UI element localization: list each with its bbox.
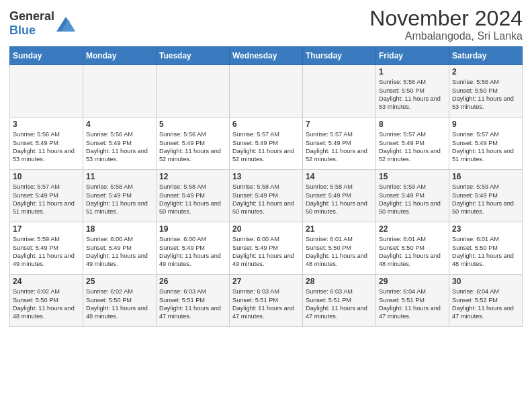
day-number: 20: [232, 224, 300, 234]
day-number: 26: [159, 277, 226, 286]
calendar-cell-2-4: 6Sunrise: 5:57 AMSunset: 5:49 PMDaylight…: [230, 118, 303, 170]
day-info: Sunrise: 5:56 AMSunset: 5:49 PMDaylight:…: [159, 130, 226, 164]
day-info: Sunrise: 6:00 AMSunset: 5:49 PMDaylight:…: [86, 235, 153, 269]
day-info: Sunrise: 6:00 AMSunset: 5:49 PMDaylight:…: [159, 235, 226, 269]
calendar-cell-3-6: 15Sunrise: 5:59 AMSunset: 5:49 PMDayligh…: [376, 170, 449, 222]
day-info: Sunrise: 5:59 AMSunset: 5:49 PMDaylight:…: [13, 235, 80, 269]
day-info: Sunrise: 5:58 AMSunset: 5:49 PMDaylight:…: [306, 183, 373, 216]
header-friday: Friday: [376, 47, 449, 65]
day-info: Sunrise: 5:58 AMSunset: 5:49 PMDaylight:…: [159, 183, 226, 216]
day-info: Sunrise: 6:01 AMSunset: 5:50 PMDaylight:…: [379, 235, 446, 269]
day-number: 18: [86, 224, 153, 234]
calendar-cell-4-4: 20Sunrise: 6:00 AMSunset: 5:49 PMDayligh…: [230, 222, 303, 275]
day-number: 7: [306, 120, 373, 129]
calendar-cell-4-3: 19Sunrise: 6:00 AMSunset: 5:49 PMDayligh…: [157, 222, 230, 275]
header-tuesday: Tuesday: [157, 47, 230, 65]
calendar-cell-3-1: 10Sunrise: 5:57 AMSunset: 5:49 PMDayligh…: [10, 170, 83, 222]
calendar-week-3: 10Sunrise: 5:57 AMSunset: 5:49 PMDayligh…: [10, 170, 523, 222]
day-info: Sunrise: 5:59 AMSunset: 5:49 PMDaylight:…: [379, 183, 446, 216]
day-info: Sunrise: 5:59 AMSunset: 5:49 PMDaylight:…: [452, 183, 519, 216]
calendar-cell-1-7: 2Sunrise: 5:56 AMSunset: 5:50 PMDaylight…: [449, 65, 523, 118]
calendar-subtitle: Ambalangoda, Sri Lanka: [369, 30, 523, 42]
day-info: Sunrise: 5:56 AMSunset: 5:50 PMDaylight:…: [379, 78, 446, 111]
day-info: Sunrise: 5:58 AMSunset: 5:49 PMDaylight:…: [232, 183, 300, 216]
logo-blue: Blue: [9, 24, 54, 38]
header-wednesday: Wednesday: [230, 47, 303, 65]
day-info: Sunrise: 5:56 AMSunset: 5:50 PMDaylight:…: [452, 78, 519, 111]
day-number: 28: [306, 277, 373, 286]
logo-area: General Blue: [9, 7, 75, 37]
calendar-cell-1-1: [10, 65, 83, 118]
calendar-week-2: 3Sunrise: 5:56 AMSunset: 5:49 PMDaylight…: [10, 118, 523, 170]
day-number: 15: [379, 172, 446, 181]
day-number: 21: [306, 224, 373, 234]
day-number: 11: [86, 172, 153, 181]
calendar-cell-1-5: [303, 65, 376, 118]
day-number: 22: [379, 224, 446, 234]
day-number: 10: [13, 172, 80, 181]
day-info: Sunrise: 6:00 AMSunset: 5:49 PMDaylight:…: [232, 235, 300, 269]
header: General Blue November 2024 Ambalangoda, …: [9, 7, 523, 42]
calendar-cell-5-4: 27Sunrise: 6:03 AMSunset: 5:51 PMDayligh…: [230, 275, 303, 327]
day-info: Sunrise: 5:57 AMSunset: 5:49 PMDaylight:…: [306, 130, 373, 164]
calendar-cell-2-5: 7Sunrise: 5:57 AMSunset: 5:49 PMDaylight…: [303, 118, 376, 170]
title-area: November 2024 Ambalangoda, Sri Lanka: [369, 7, 523, 42]
calendar-cell-4-7: 23Sunrise: 6:01 AMSunset: 5:50 PMDayligh…: [449, 222, 523, 275]
calendar-cell-5-2: 25Sunrise: 6:02 AMSunset: 5:50 PMDayligh…: [83, 275, 157, 327]
calendar-cell-5-1: 24Sunrise: 6:02 AMSunset: 5:50 PMDayligh…: [10, 275, 83, 327]
logo-text: General Blue: [9, 9, 54, 37]
day-info: Sunrise: 6:04 AMSunset: 5:51 PMDaylight:…: [379, 287, 446, 321]
header-monday: Monday: [83, 47, 157, 65]
calendar-cell-1-3: [157, 65, 230, 118]
calendar-cell-2-2: 4Sunrise: 5:56 AMSunset: 5:49 PMDaylight…: [83, 118, 157, 170]
calendar-cell-5-5: 28Sunrise: 6:03 AMSunset: 5:51 PMDayligh…: [303, 275, 376, 327]
calendar-cell-4-6: 22Sunrise: 6:01 AMSunset: 5:50 PMDayligh…: [376, 222, 449, 275]
calendar-cell-5-7: 30Sunrise: 6:04 AMSunset: 5:52 PMDayligh…: [449, 275, 523, 327]
day-number: 4: [86, 120, 153, 129]
day-number: 1: [379, 67, 446, 77]
calendar-cell-5-3: 26Sunrise: 6:03 AMSunset: 5:51 PMDayligh…: [157, 275, 230, 327]
calendar-cell-4-5: 21Sunrise: 6:01 AMSunset: 5:50 PMDayligh…: [303, 222, 376, 275]
day-number: 2: [452, 67, 519, 77]
logo-icon: [56, 17, 75, 32]
calendar-cell-4-2: 18Sunrise: 6:00 AMSunset: 5:49 PMDayligh…: [83, 222, 157, 275]
day-info: Sunrise: 5:57 AMSunset: 5:49 PMDaylight:…: [379, 130, 446, 164]
day-info: Sunrise: 6:02 AMSunset: 5:50 PMDaylight:…: [13, 287, 80, 321]
calendar-cell-1-6: 1Sunrise: 5:56 AMSunset: 5:50 PMDaylight…: [376, 65, 449, 118]
day-number: 23: [452, 224, 519, 234]
day-number: 25: [86, 277, 153, 286]
day-info: Sunrise: 5:56 AMSunset: 5:49 PMDaylight:…: [86, 130, 153, 164]
day-number: 14: [306, 172, 373, 181]
calendar-cell-2-6: 8Sunrise: 5:57 AMSunset: 5:49 PMDaylight…: [376, 118, 449, 170]
day-number: 19: [159, 224, 226, 234]
day-number: 9: [452, 120, 519, 129]
day-number: 16: [452, 172, 519, 181]
day-info: Sunrise: 6:01 AMSunset: 5:50 PMDaylight:…: [306, 235, 373, 269]
day-number: 13: [232, 172, 300, 181]
calendar-cell-3-2: 11Sunrise: 5:58 AMSunset: 5:49 PMDayligh…: [83, 170, 157, 222]
calendar-cell-3-5: 14Sunrise: 5:58 AMSunset: 5:49 PMDayligh…: [303, 170, 376, 222]
logo-general: General: [9, 9, 54, 24]
calendar-cell-5-6: 29Sunrise: 6:04 AMSunset: 5:51 PMDayligh…: [376, 275, 449, 327]
calendar-cell-2-7: 9Sunrise: 5:57 AMSunset: 5:49 PMDaylight…: [449, 118, 523, 170]
calendar-cell-2-1: 3Sunrise: 5:56 AMSunset: 5:49 PMDaylight…: [10, 118, 83, 170]
calendar-cell-3-3: 12Sunrise: 5:58 AMSunset: 5:49 PMDayligh…: [157, 170, 230, 222]
day-number: 5: [159, 120, 226, 129]
calendar-cell-3-7: 16Sunrise: 5:59 AMSunset: 5:49 PMDayligh…: [449, 170, 523, 222]
day-info: Sunrise: 6:03 AMSunset: 5:51 PMDaylight:…: [159, 287, 226, 321]
day-info: Sunrise: 6:03 AMSunset: 5:51 PMDaylight:…: [232, 287, 300, 321]
calendar-page: General Blue November 2024 Ambalangoda, …: [0, 0, 532, 336]
calendar-title: November 2024: [369, 7, 523, 30]
day-info: Sunrise: 5:57 AMSunset: 5:49 PMDaylight:…: [232, 130, 300, 164]
calendar-week-4: 17Sunrise: 5:59 AMSunset: 5:49 PMDayligh…: [10, 222, 523, 275]
calendar-header: Sunday Monday Tuesday Wednesday Thursday…: [10, 47, 523, 65]
day-number: 30: [452, 277, 519, 286]
day-info: Sunrise: 5:58 AMSunset: 5:49 PMDaylight:…: [86, 183, 153, 216]
day-info: Sunrise: 5:56 AMSunset: 5:49 PMDaylight:…: [13, 130, 80, 164]
calendar-table: Sunday Monday Tuesday Wednesday Thursday…: [9, 46, 523, 327]
calendar-body: 1Sunrise: 5:56 AMSunset: 5:50 PMDaylight…: [10, 65, 523, 327]
day-info: Sunrise: 6:04 AMSunset: 5:52 PMDaylight:…: [452, 287, 519, 321]
day-number: 12: [159, 172, 226, 181]
day-info: Sunrise: 6:03 AMSunset: 5:51 PMDaylight:…: [306, 287, 373, 321]
calendar-cell-2-3: 5Sunrise: 5:56 AMSunset: 5:49 PMDaylight…: [157, 118, 230, 170]
